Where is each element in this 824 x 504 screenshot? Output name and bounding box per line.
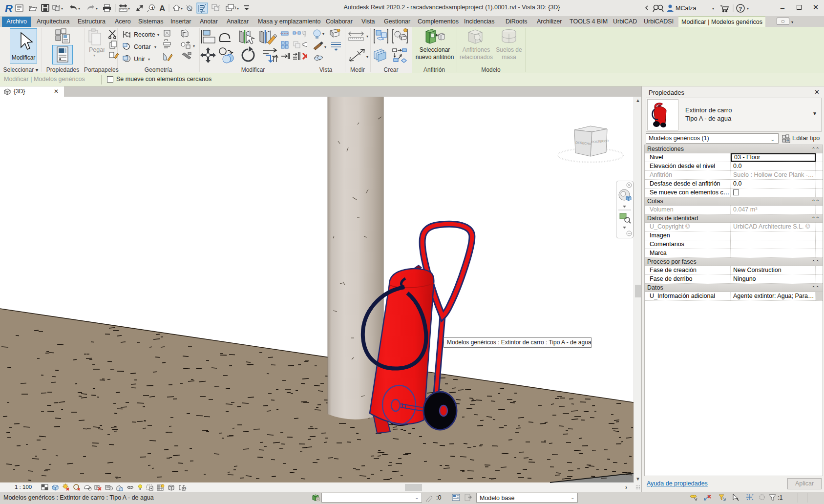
- svg-text:▾: ▾: [78, 6, 80, 11]
- svg-text:Unir: Unir: [134, 56, 145, 63]
- svg-text:▾: ▾: [148, 57, 150, 62]
- svg-text:Pegar: Pegar: [89, 46, 105, 53]
- svg-text:▾: ▾: [366, 55, 368, 59]
- svg-text:▾: ▾: [96, 6, 98, 11]
- svg-text:▾: ▾: [128, 6, 130, 11]
- svg-text:MCalza: MCalza: [676, 5, 696, 12]
- svg-text:▾: ▾: [366, 34, 368, 39]
- svg-text:▾: ▾: [324, 45, 326, 49]
- svg-text:▾: ▾: [747, 6, 749, 11]
- svg-text:Recorte: Recorte: [134, 31, 155, 38]
- svg-text:▾: ▾: [93, 53, 95, 58]
- svg-text:?: ?: [739, 6, 742, 12]
- svg-text:▾: ▾: [157, 33, 159, 37]
- svg-text:▾: ▾: [712, 6, 714, 11]
- svg-text:▾: ▾: [322, 32, 324, 36]
- svg-text:1: 1: [151, 6, 154, 10]
- svg-text:R: R: [5, 2, 13, 15]
- svg-text:▾: ▾: [154, 45, 156, 49]
- svg-text:▾: ▾: [193, 44, 195, 48]
- svg-text:▾: ▾: [61, 6, 63, 11]
- svg-text:Cortar: Cortar: [134, 43, 151, 50]
